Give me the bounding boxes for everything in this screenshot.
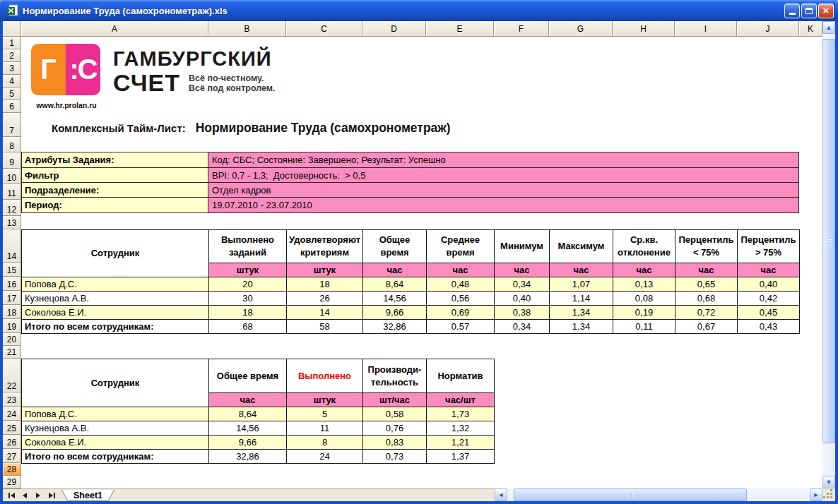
attribute-value[interactable]: Отдел кадров: [208, 182, 799, 198]
employee-name-cell[interactable]: Попова Д.С.: [22, 277, 209, 292]
resize-grip[interactable]: [822, 488, 835, 501]
value-cell[interactable]: 0,73: [363, 450, 427, 464]
value-cell[interactable]: 1,37: [427, 450, 495, 464]
close-button[interactable]: ×: [818, 4, 834, 18]
value-cell[interactable]: 8: [287, 436, 363, 450]
row-header-28[interactable]: 28: [3, 463, 21, 476]
value-cell[interactable]: 0,76: [363, 421, 427, 436]
attribute-label[interactable]: Период:: [21, 197, 208, 213]
row-header-6[interactable]: 6: [3, 100, 21, 113]
vertical-scrollbar[interactable]: ▲ ▼: [822, 21, 835, 488]
table-unit-cell[interactable]: час: [550, 263, 613, 277]
column-header-G[interactable]: G: [549, 21, 613, 37]
value-cell[interactable]: 14,56: [363, 292, 427, 306]
value-cell[interactable]: 68: [209, 320, 287, 334]
table-header-cell[interactable]: Максимум: [550, 230, 613, 263]
row-header-17[interactable]: 17: [3, 291, 21, 305]
value-cell[interactable]: 30: [209, 292, 287, 306]
value-cell[interactable]: 0,65: [675, 277, 738, 292]
table-unit-cell[interactable]: шт/час: [363, 393, 427, 407]
next-sheet-button[interactable]: [33, 490, 44, 500]
value-cell[interactable]: 0,67: [675, 320, 738, 334]
select-all-corner[interactable]: [3, 21, 21, 37]
scroll-down-button[interactable]: ▼: [822, 476, 835, 488]
value-cell[interactable]: 1,32: [427, 421, 495, 436]
table-header-cell[interactable]: Общее время: [209, 359, 287, 393]
column-header-B[interactable]: B: [208, 21, 286, 37]
scroll-left-button[interactable]: ◄: [495, 488, 507, 501]
employee-name-cell[interactable]: Кузнецова А.В.: [22, 292, 209, 306]
table-unit-cell[interactable]: час: [495, 263, 550, 277]
employee-name-cell[interactable]: Соколова Е.И.: [22, 306, 209, 320]
attribute-label[interactable]: Атрибуты Задания:: [21, 152, 208, 168]
scroll-up-button[interactable]: ▲: [822, 21, 835, 34]
value-cell[interactable]: 1,21: [427, 436, 495, 450]
column-header-J[interactable]: J: [737, 21, 799, 37]
row-header-4[interactable]: 4: [3, 75, 21, 88]
value-cell[interactable]: 0,57: [427, 320, 495, 334]
first-sheet-button[interactable]: [6, 490, 17, 500]
value-cell[interactable]: 1,34: [550, 320, 613, 334]
table-header-cell[interactable]: Ср.кв. отклонение: [613, 230, 675, 263]
value-cell[interactable]: 9,66: [209, 436, 287, 450]
row-header-22[interactable]: 22: [3, 359, 21, 392]
value-cell[interactable]: 0,11: [613, 320, 675, 334]
row-header-3[interactable]: 3: [3, 62, 21, 75]
column-header-C[interactable]: C: [286, 21, 362, 37]
maximize-button[interactable]: [801, 4, 817, 18]
value-cell[interactable]: 14,56: [209, 421, 287, 436]
value-cell[interactable]: 0,13: [613, 277, 675, 292]
table-unit-cell[interactable]: час: [675, 263, 738, 277]
value-cell[interactable]: 58: [287, 320, 363, 334]
row-header-10[interactable]: 10: [3, 169, 21, 184]
table-header-cell[interactable]: Выполнено заданий: [209, 230, 287, 263]
row-header-5[interactable]: 5: [3, 88, 21, 100]
row-header-15[interactable]: 15: [3, 263, 21, 277]
row-header-19[interactable]: 19: [3, 319, 21, 333]
table-unit-cell[interactable]: час: [738, 263, 800, 277]
employee-name-cell[interactable]: Итого по всем сотрудникам:: [22, 320, 209, 334]
column-header-K[interactable]: K: [799, 21, 822, 37]
value-cell[interactable]: 5: [287, 407, 363, 421]
value-cell[interactable]: 0,40: [495, 292, 550, 306]
value-cell[interactable]: 0,72: [675, 306, 738, 320]
table-header-employee[interactable]: Сотрудник: [22, 359, 209, 407]
value-cell[interactable]: 18: [209, 306, 287, 320]
table-unit-cell[interactable]: час: [613, 263, 675, 277]
row-header-2[interactable]: 2: [3, 49, 21, 62]
table-header-cell[interactable]: Норматив: [427, 359, 495, 393]
row-header-11[interactable]: 11: [3, 184, 21, 200]
value-cell[interactable]: 0,08: [613, 292, 675, 306]
scroll-right-button[interactable]: ►: [810, 488, 822, 501]
value-cell[interactable]: 0,48: [427, 277, 495, 292]
minimize-button[interactable]: [784, 4, 800, 18]
value-cell[interactable]: 26: [287, 292, 363, 306]
row-header-8[interactable]: 8: [3, 137, 21, 152]
value-cell[interactable]: 9,66: [363, 306, 427, 320]
value-cell[interactable]: 11: [287, 421, 363, 436]
table-unit-cell[interactable]: штук: [287, 393, 363, 407]
row-header-14[interactable]: 14: [3, 229, 21, 263]
table-unit-cell[interactable]: штук: [209, 263, 287, 277]
attribute-value[interactable]: 19.07.2010 - 23.07.2010: [208, 197, 799, 213]
value-cell[interactable]: 1,07: [550, 277, 613, 292]
value-cell[interactable]: 1,34: [550, 306, 613, 320]
table-header-cell[interactable]: Общее время: [363, 230, 427, 263]
value-cell[interactable]: 0,40: [738, 277, 800, 292]
value-cell[interactable]: 0,58: [363, 407, 427, 421]
column-header-E[interactable]: E: [426, 21, 494, 37]
table-header-cell[interactable]: Перцентиль > 75%: [738, 230, 800, 263]
sheet-tab[interactable]: Sheet1: [62, 490, 114, 500]
table-header-cell[interactable]: Перцентиль < 75%: [675, 230, 738, 263]
value-cell[interactable]: 0,34: [495, 320, 550, 334]
value-cell[interactable]: 0,83: [363, 436, 427, 450]
column-header-F[interactable]: F: [494, 21, 549, 37]
value-cell[interactable]: 8,64: [209, 407, 287, 421]
value-cell[interactable]: 24: [287, 450, 363, 464]
table-unit-cell[interactable]: час: [427, 263, 495, 277]
column-header-H[interactable]: H: [613, 21, 675, 37]
table-unit-cell[interactable]: час: [209, 393, 287, 407]
table-header-cell[interactable]: Минимум: [495, 230, 550, 263]
attribute-value[interactable]: BPI: 0,7 - 1,3; Достоверность: > 0,5: [208, 167, 799, 183]
row-header-9[interactable]: 9: [3, 152, 21, 169]
